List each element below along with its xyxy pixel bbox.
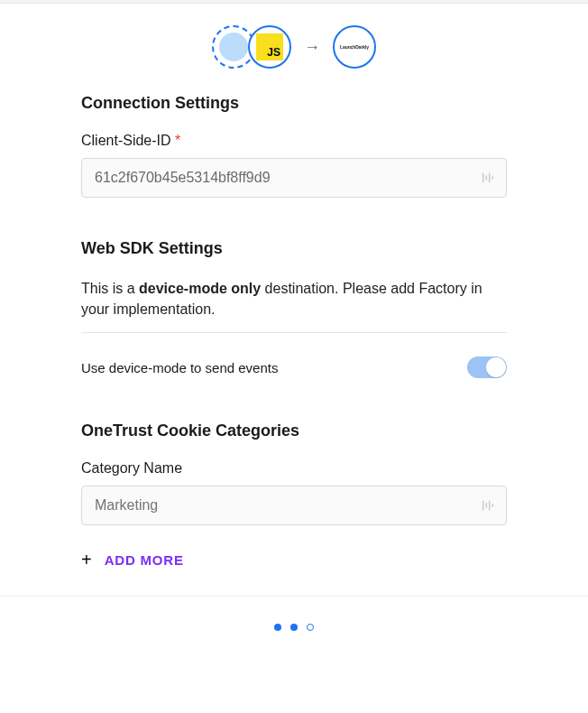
destination-label: LaunchDarkly [340,44,369,50]
web-sdk-settings-title: Web SDK Settings [81,239,507,258]
step-dot-2[interactable] [290,624,298,631]
svg-rect-2 [489,173,491,183]
source-icon: JS [248,25,291,69]
category-name-input[interactable] [81,486,507,525]
category-name-label: Category Name [81,460,507,477]
add-more-label: ADD MORE [105,552,184,568]
svg-rect-1 [485,175,487,180]
secret-reveal-icon[interactable] [482,499,494,512]
form-content: Connection Settings Client-Side-ID * Web… [0,94,588,596]
onetrust-title: OneTrust Cookie Categories [81,421,507,440]
client-side-id-input[interactable] [81,158,507,198]
device-mode-toggle[interactable] [467,356,507,378]
svg-rect-0 [482,173,484,183]
toggle-knob-icon [486,357,506,377]
add-more-button[interactable]: + ADD MORE [81,551,507,569]
js-icon: JS [256,33,283,60]
svg-rect-6 [489,501,491,511]
svg-rect-5 [485,504,487,508]
step-indicator [0,596,588,651]
svg-rect-4 [482,501,484,511]
client-side-id-label: Client-Side-ID * [81,133,507,149]
integration-flow: JS → LaunchDarkly [0,4,588,94]
destination-icon: LaunchDarkly [333,25,376,69]
step-dot-3[interactable] [307,624,314,631]
secret-reveal-icon[interactable] [482,171,494,184]
plus-icon: + [81,551,92,569]
svg-rect-3 [492,176,493,180]
svg-rect-7 [492,505,493,508]
step-dot-1[interactable] [274,624,281,631]
connection-settings-title: Connection Settings [81,94,507,113]
helper-bold: device-mode only [139,281,261,296]
helper-pre: This is a [81,281,139,296]
web-sdk-helper-text: This is a device-mode only destination. … [81,278,507,333]
arrow-right-icon: → [300,38,324,57]
required-asterisk: * [175,133,180,148]
device-mode-toggle-row: Use device-mode to send events [81,356,507,378]
client-side-id-label-text: Client-Side-ID [81,133,171,148]
device-mode-toggle-label: Use device-mode to send events [81,360,278,375]
placeholder-dot-icon [219,32,248,61]
